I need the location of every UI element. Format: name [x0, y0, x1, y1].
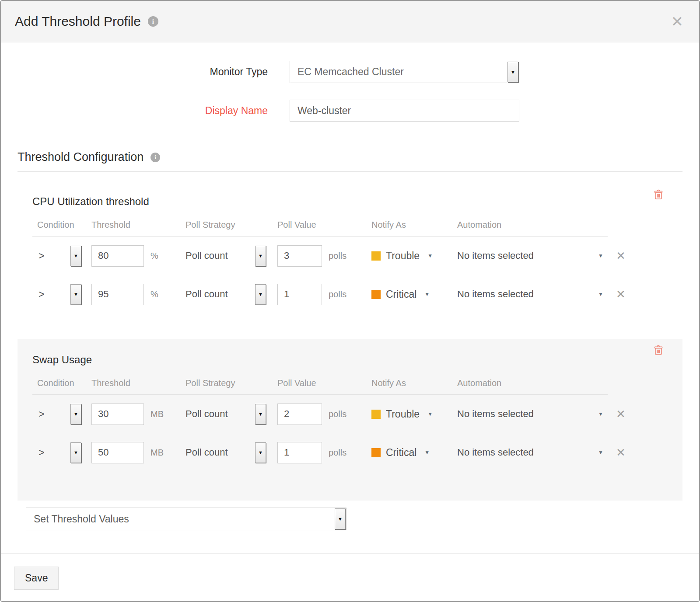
poll-strategy-select[interactable]: Poll count ▼: [186, 246, 266, 266]
section-title: Swap Usage: [32, 354, 668, 366]
threshold-unit: %: [150, 251, 158, 261]
display-name-input[interactable]: [290, 100, 519, 122]
threshold-input[interactable]: [91, 404, 144, 425]
condition-select[interactable]: > ▼: [32, 404, 81, 425]
monitor-type-value: EC Memcached Cluster: [298, 66, 404, 78]
remove-row-icon[interactable]: ✕: [616, 447, 626, 458]
column-header-poll-value: Poll Value: [277, 378, 371, 388]
threshold-unit: MB: [150, 409, 164, 419]
profile-form: Monitor Type EC Memcached Cluster ▼ Disp…: [1, 42, 699, 122]
swap-usage-section: Swap Usage Condition Threshold Poll Stra…: [18, 339, 682, 501]
automation-select[interactable]: No items selected ▼: [457, 408, 608, 420]
monitor-type-select[interactable]: EC Memcached Cluster ▼: [290, 61, 519, 83]
chevron-down-icon: ▼: [598, 253, 603, 259]
column-header-automation: Automation: [457, 220, 608, 230]
condition-select[interactable]: > ▼: [32, 284, 81, 305]
remove-row-icon[interactable]: ✕: [616, 289, 626, 300]
poll-strategy-select[interactable]: Poll count ▼: [186, 284, 266, 305]
column-header-condition: Condition: [32, 378, 91, 388]
poll-value-unit: polls: [329, 251, 346, 261]
threshold-row: > ▼ % Poll count ▼ polls Trouble ▼ No i: [32, 237, 668, 275]
poll-strategy-select[interactable]: Poll count ▼: [186, 442, 266, 463]
info-icon[interactable]: i: [148, 16, 158, 27]
table-header: Condition Threshold Poll Strategy Poll V…: [32, 220, 608, 237]
close-icon[interactable]: ✕: [671, 14, 684, 29]
chevron-down-icon[interactable]: ▼: [255, 246, 266, 266]
chevron-down-icon: ▼: [424, 449, 430, 456]
chevron-down-icon: ▼: [424, 291, 430, 297]
threshold-row: > ▼ MB Poll count ▼ polls Critical ▼ No: [32, 433, 668, 472]
poll-value-input[interactable]: [277, 404, 322, 425]
threshold-row: > ▼ MB Poll count ▼ polls Trouble ▼ No: [32, 395, 668, 433]
chevron-down-icon: ▼: [427, 253, 433, 259]
automation-select[interactable]: No items selected ▼: [457, 289, 608, 300]
condition-value: >: [38, 250, 44, 262]
automation-value: No items selected: [457, 289, 534, 300]
condition-select[interactable]: > ▼: [32, 246, 81, 266]
severity-color-swatch: [371, 290, 381, 299]
threshold-configuration-header: Threshold Configuration i: [18, 150, 682, 172]
notify-as-select[interactable]: Critical ▼: [371, 289, 457, 300]
severity-color-swatch: [371, 251, 381, 261]
notify-as-select[interactable]: Critical ▼: [371, 447, 457, 459]
threshold-input[interactable]: [91, 245, 144, 267]
threshold-unit: %: [150, 289, 158, 299]
column-header-notify-as: Notify As: [371, 378, 457, 388]
poll-value-input[interactable]: [277, 442, 322, 463]
display-name-label: Display Name: [1, 105, 268, 117]
poll-strategy-value: Poll count: [186, 447, 228, 458]
column-header-notify-as: Notify As: [371, 220, 457, 230]
chevron-down-icon[interactable]: ▼: [255, 442, 266, 463]
chevron-down-icon[interactable]: ▼: [70, 404, 81, 425]
chevron-down-icon[interactable]: ▼: [255, 404, 266, 425]
trash-icon[interactable]: [654, 345, 663, 356]
info-icon[interactable]: i: [150, 153, 160, 162]
chevron-down-icon: ▼: [598, 291, 603, 297]
monitor-type-label: Monitor Type: [1, 66, 268, 78]
save-button[interactable]: Save: [14, 567, 59, 590]
set-threshold-values-select[interactable]: Set Threshold Values ▼: [26, 508, 346, 530]
poll-strategy-select[interactable]: Poll count ▼: [186, 404, 266, 425]
severity-color-swatch: [371, 448, 381, 457]
condition-value: >: [38, 408, 44, 420]
automation-select[interactable]: No items selected ▼: [457, 447, 608, 458]
poll-strategy-value: Poll count: [186, 408, 228, 420]
dialog-header: Add Threshold Profile i ✕: [1, 1, 699, 42]
notify-as-value: Trouble: [386, 408, 420, 420]
notify-as-select[interactable]: Trouble ▼: [371, 408, 457, 420]
remove-row-icon[interactable]: ✕: [616, 250, 626, 261]
column-header-threshold: Threshold: [91, 378, 186, 388]
poll-value-unit: polls: [329, 448, 346, 458]
threshold-input[interactable]: [91, 284, 144, 305]
poll-value-input[interactable]: [277, 284, 322, 305]
chevron-down-icon[interactable]: ▼: [508, 62, 518, 82]
column-header-poll-strategy: Poll Strategy: [186, 378, 277, 388]
chevron-down-icon[interactable]: ▼: [335, 508, 346, 529]
automation-select[interactable]: No items selected ▼: [457, 250, 608, 261]
notify-as-value: Critical: [386, 447, 416, 459]
add-threshold-profile-dialog: Add Threshold Profile i ✕ Monitor Type E…: [0, 0, 700, 602]
notify-as-value: Trouble: [386, 250, 420, 262]
trash-icon[interactable]: [654, 189, 663, 200]
poll-strategy-value: Poll count: [186, 250, 228, 261]
chevron-down-icon[interactable]: ▼: [255, 284, 266, 305]
automation-value: No items selected: [457, 447, 534, 458]
column-header-poll-value: Poll Value: [277, 220, 371, 230]
chevron-down-icon: ▼: [598, 411, 603, 417]
chevron-down-icon[interactable]: ▼: [70, 284, 81, 305]
column-header-threshold: Threshold: [91, 220, 186, 230]
automation-value: No items selected: [457, 250, 534, 261]
notify-as-select[interactable]: Trouble ▼: [371, 250, 457, 262]
cpu-utilization-section: CPU Utilization threshold Condition Thre…: [18, 172, 682, 327]
automation-value: No items selected: [457, 408, 534, 420]
poll-value-input[interactable]: [277, 245, 322, 267]
poll-value-unit: polls: [329, 289, 346, 299]
condition-value: >: [38, 289, 44, 300]
chevron-down-icon[interactable]: ▼: [70, 246, 81, 266]
column-header-condition: Condition: [32, 220, 91, 230]
condition-select[interactable]: > ▼: [32, 442, 81, 463]
threshold-input[interactable]: [91, 442, 144, 463]
chevron-down-icon[interactable]: ▼: [70, 442, 81, 463]
set-threshold-values-value: Set Threshold Values: [34, 513, 129, 525]
remove-row-icon[interactable]: ✕: [616, 408, 626, 420]
